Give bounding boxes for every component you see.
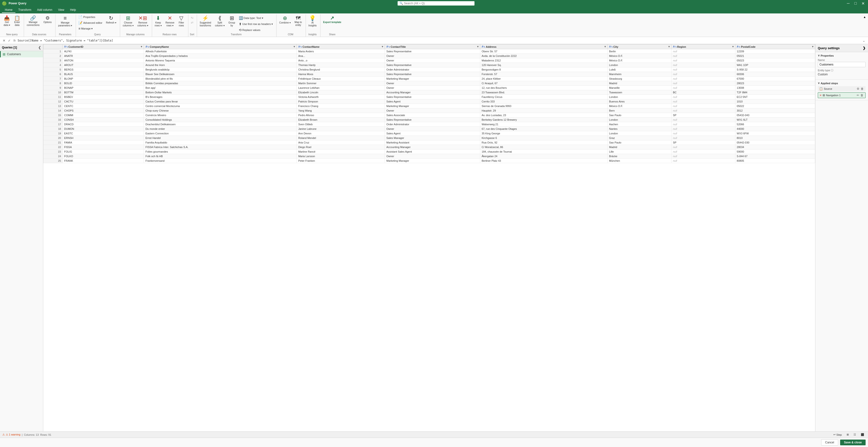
data-cell[interactable]: Folk och fä HB bbox=[144, 154, 297, 159]
queries-collapse-button[interactable]: ❮ bbox=[38, 45, 41, 49]
map-to-entity-button[interactable]: 🗺 Map toentity bbox=[293, 14, 304, 28]
data-cell[interactable]: Hanna Moos bbox=[297, 72, 385, 76]
data-cell[interactable]: C/ Araquil, 67 bbox=[480, 81, 608, 85]
data-cell[interactable]: FISSA bbox=[63, 145, 144, 149]
data-cell[interactable]: 184, chaussée de Tournai bbox=[480, 149, 608, 154]
table-row[interactable]: 14CHOPSChop-suey ChineseYang WangOwnerHa… bbox=[43, 108, 815, 113]
data-cell[interactable]: Ernst Handel bbox=[144, 136, 297, 140]
data-cell[interactable]: 12, rue des Bouchers bbox=[480, 85, 608, 90]
data-cell[interactable]: BERGS bbox=[63, 67, 144, 72]
data-cell[interactable]: Alfreds Futterkiste bbox=[144, 49, 297, 54]
status-btn4[interactable]: ⬛ bbox=[859, 433, 866, 437]
data-cell[interactable]: Berlin bbox=[608, 49, 672, 54]
data-cell[interactable]: 13008 bbox=[735, 85, 815, 90]
data-cell[interactable]: Frédérique Citeaux bbox=[297, 76, 385, 81]
formula-confirm-button[interactable]: ✓ bbox=[7, 39, 11, 42]
manage-connections-button[interactable]: 🔗 Manageconnections bbox=[25, 14, 41, 28]
data-cell[interactable]: 67000 bbox=[735, 76, 815, 81]
data-cell[interactable]: Madrid bbox=[608, 145, 672, 149]
data-cell[interactable]: Marseille bbox=[608, 85, 672, 90]
data-cell[interactable]: BONAP bbox=[63, 85, 144, 90]
data-cell[interactable]: BC bbox=[671, 90, 735, 95]
table-row[interactable]: 25FRANKFrankenversandPeter FrankenMarket… bbox=[43, 159, 815, 163]
col-header-region[interactable]: A¹₂ Region ▾ bbox=[671, 44, 735, 49]
table-row[interactable]: 24FOLKOFolk och fä HBMaria LarssonOwnerÅ… bbox=[43, 154, 815, 159]
choose-columns-button[interactable]: ⊞ Choosecolumns ▾ bbox=[121, 14, 135, 28]
data-cell[interactable]: FISSA Fabrica Inter. Salchichas S.A. bbox=[144, 145, 297, 149]
data-cell[interactable]: Elizabeth Brown bbox=[297, 117, 385, 122]
data-cell[interactable]: 05023 bbox=[735, 58, 815, 63]
data-cell[interactable]: Av. dos Lusíadas, 23 bbox=[480, 113, 608, 117]
data-cell[interactable]: Sales Representative bbox=[385, 117, 480, 122]
data-cell[interactable]: Martín Sommer bbox=[297, 81, 385, 85]
data-cell[interactable]: Patricio Simpson bbox=[297, 99, 385, 104]
data-cell[interactable]: BOLID bbox=[63, 81, 144, 85]
col-header-contactname[interactable]: A¹₂ ContactName ▾ bbox=[297, 44, 385, 49]
keep-rows-button[interactable]: ⬇ Keeprows ▾ bbox=[153, 14, 163, 28]
data-cell[interactable]: 28023 bbox=[735, 81, 815, 85]
data-cell[interactable]: null bbox=[671, 127, 735, 131]
data-cell[interactable]: ALFKI bbox=[63, 49, 144, 54]
data-cell[interactable]: München bbox=[608, 159, 672, 163]
step-navigation-edit-button[interactable]: ✏ bbox=[856, 93, 860, 97]
data-cell[interactable]: Marketing Manager bbox=[385, 76, 480, 81]
data-cell[interactable]: null bbox=[671, 85, 735, 90]
data-cell[interactable]: null bbox=[671, 149, 735, 154]
formula-expand-button[interactable]: ⌄ bbox=[862, 39, 866, 42]
data-cell[interactable]: Comércio Mineiro bbox=[144, 113, 297, 117]
data-cell[interactable]: 44000 bbox=[735, 127, 815, 131]
data-cell[interactable]: London bbox=[608, 63, 672, 67]
data-cell[interactable]: null bbox=[671, 104, 735, 108]
table-row[interactable]: 12CACTUCactus Comidas para llevarPatrici… bbox=[43, 99, 815, 104]
sort-desc-button[interactable]: ↓↑ bbox=[189, 20, 195, 25]
data-cell[interactable]: ERNSH bbox=[63, 136, 144, 140]
data-cell[interactable]: T2F 8M4 bbox=[735, 90, 815, 95]
table-row[interactable]: 22FISSAFISSA Fabrica Inter. Salchichas S… bbox=[43, 145, 815, 149]
tab-add-column[interactable]: Add column bbox=[34, 7, 55, 13]
data-cell[interactable]: ANATR bbox=[63, 54, 144, 58]
data-cell[interactable]: Berglunds snabbköp bbox=[144, 67, 297, 72]
data-cell[interactable]: Aria Cruz bbox=[297, 140, 385, 145]
table-row[interactable]: 10BOTTMBottom-Dollar MarketsElizabeth Li… bbox=[43, 90, 815, 95]
data-cell[interactable]: BOTTM bbox=[63, 90, 144, 95]
data-cell[interactable]: 05022 bbox=[735, 104, 815, 108]
data-cell[interactable]: Blondesddsl père et fils bbox=[144, 76, 297, 81]
suggested-transforms-button[interactable]: ⚡ Suggestedtransforms bbox=[198, 14, 213, 28]
data-cell[interactable]: null bbox=[671, 99, 735, 104]
data-cell[interactable]: México D.F. bbox=[608, 54, 672, 58]
advanced-editor-button[interactable]: 📝 Advanced editor bbox=[77, 20, 104, 26]
col-header-city[interactable]: A¹₂ City ▾ bbox=[608, 44, 672, 49]
data-cell[interactable]: Owner bbox=[385, 154, 480, 159]
data-cell[interactable]: null bbox=[671, 54, 735, 58]
col-menu-city[interactable]: ▾ bbox=[669, 45, 670, 48]
data-grid[interactable]: A¹₂ CustomerID ▾ A¹₂ CompanyName ▾ bbox=[43, 44, 815, 432]
step-source-settings-button[interactable]: ⚙ bbox=[856, 87, 860, 91]
data-cell[interactable]: Accounting Manager bbox=[385, 145, 480, 149]
data-cell[interactable]: Yang Wang bbox=[297, 108, 385, 113]
data-cell[interactable]: COMMI bbox=[63, 113, 144, 117]
data-cell[interactable]: EC2 5NT bbox=[735, 95, 815, 99]
data-cell[interactable]: Marketing Manager bbox=[385, 159, 480, 163]
data-cell[interactable]: Chop-suey Chinese bbox=[144, 108, 297, 113]
data-cell[interactable]: Marketing Assistant bbox=[385, 140, 480, 145]
data-cell[interactable]: Familia Arquibaldo bbox=[144, 140, 297, 145]
properties-button[interactable]: 📄 Properties bbox=[77, 14, 97, 20]
data-cell[interactable]: Sales Agent bbox=[385, 131, 480, 136]
data-cell[interactable]: B's Beverages bbox=[144, 95, 297, 99]
data-cell[interactable]: Forsterstr. 57 bbox=[480, 72, 608, 76]
data-cell[interactable]: 67, rue des Cinquante Otages bbox=[480, 127, 608, 131]
col-menu-postalcode[interactable]: ▾ bbox=[812, 45, 813, 48]
data-cell[interactable]: Folies gourmandes bbox=[144, 149, 297, 154]
data-cell[interactable]: SP bbox=[671, 113, 735, 117]
col-menu-customerid[interactable]: ▾ bbox=[141, 45, 142, 48]
data-cell[interactable]: Frankenversand bbox=[144, 159, 297, 163]
data-cell[interactable]: Bottom-Dollar Markets bbox=[144, 90, 297, 95]
step-item-source[interactable]: 📋 Source ⚙ 🗑 bbox=[818, 86, 866, 92]
data-cell[interactable]: Du monde entier bbox=[144, 127, 297, 131]
table-row[interactable]: 6BLAUSBlauer See DelikatessenHanna MoosS… bbox=[43, 72, 815, 76]
data-cell[interactable]: Pedro Afonso bbox=[297, 113, 385, 117]
filter-rows-button[interactable]: ▽ Filterrows bbox=[177, 14, 186, 28]
data-cell[interactable]: WX1 6LT bbox=[735, 117, 815, 122]
maximize-button[interactable]: □ bbox=[853, 1, 858, 6]
data-cell[interactable]: AROUT bbox=[63, 63, 144, 67]
